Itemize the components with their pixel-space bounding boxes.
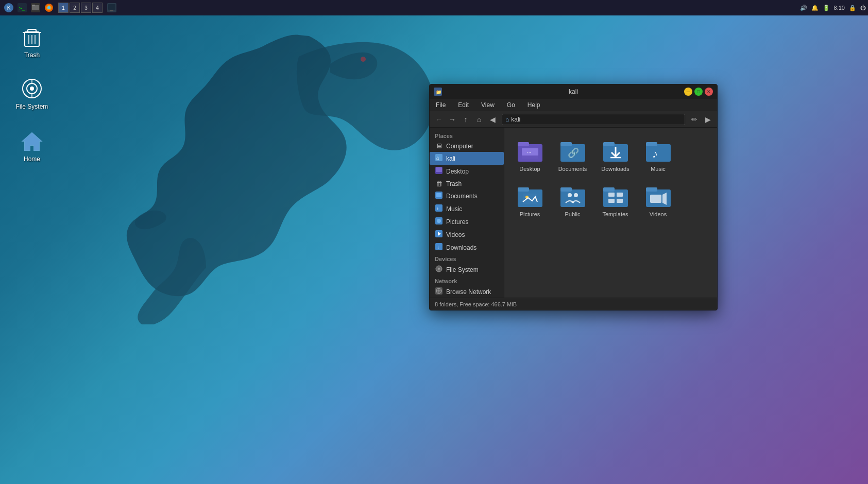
firefox-icon[interactable] (43, 2, 55, 13)
sidebar-label-trash: Trash (446, 180, 462, 187)
folder-item-videos[interactable]: Videos (639, 179, 677, 220)
sidebar-item-documents[interactable]: Documents (430, 189, 504, 202)
fm-edit-path-button[interactable]: ✏ (688, 113, 701, 126)
sidebar-label-videos: Videos (446, 231, 465, 238)
fm-back-button[interactable]: ← (433, 113, 445, 126)
fm-home-button[interactable]: ⌂ (473, 113, 485, 126)
desktop-sidebar-icon (435, 167, 443, 176)
sidebar-label-downloads: Downloads (446, 244, 476, 251)
fm-menu-file[interactable]: File (434, 100, 448, 110)
home-icon (20, 129, 44, 153)
trash-desktop-icon[interactable]: Trash (11, 25, 53, 59)
sidebar-item-videos[interactable]: Videos (430, 228, 504, 241)
fm-address-bar[interactable]: ⌂ kali (502, 114, 685, 125)
fm-forward-button[interactable]: → (446, 113, 458, 126)
kali-logo-icon[interactable]: K (3, 2, 14, 13)
folder-item-templates[interactable]: Templates (596, 179, 635, 220)
fm-menu-view[interactable]: View (479, 100, 497, 110)
files-icon[interactable] (30, 2, 41, 13)
taskbar: K >_ 1 2 3 4 (0, 0, 868, 15)
workspace-1[interactable]: 1 (58, 3, 69, 13)
svg-marker-89 (662, 193, 667, 205)
fm-window-controls: ─ □ ✕ (684, 88, 713, 96)
pictures-sidebar-icon (435, 217, 443, 226)
sidebar-item-downloads[interactable]: ↓ Downloads (430, 241, 504, 254)
fm-status-text: 8 folders, Free space: 466.7 MiB (435, 301, 517, 307)
svg-text:📁: 📁 (436, 89, 442, 95)
svg-text:🔗: 🔗 (568, 147, 580, 159)
fm-folder-grid: ··· Desktop 🔗 (510, 134, 711, 220)
svg-text:♪: ♪ (652, 147, 658, 160)
workspace-4[interactable]: 4 (92, 3, 103, 13)
sidebar-item-trash[interactable]: 🗑 Trash (430, 178, 504, 189)
folder-item-pictures[interactable]: Pictures (510, 179, 549, 220)
fm-up-button[interactable]: ↑ (459, 113, 472, 126)
sidebar-label-computer: Computer (446, 143, 473, 150)
audio-icon[interactable]: 🔊 (800, 5, 807, 11)
sidebar-item-kali[interactable]: ⌂ kali (430, 152, 504, 165)
svg-rect-11 (108, 4, 115, 10)
sidebar-item-music[interactable]: ♪ Music (430, 202, 504, 215)
svg-text:♪: ♪ (436, 206, 439, 211)
fm-addr-text: kali (511, 116, 520, 123)
svg-rect-12 (110, 10, 113, 11)
sidebar-item-desktop[interactable]: Desktop (430, 165, 504, 178)
workspace-3[interactable]: 3 (81, 3, 91, 13)
folder-label-downloads: Downloads (601, 166, 629, 172)
fm-title-text: kali (569, 88, 578, 95)
folder-item-documents[interactable]: 🔗 Documents (553, 134, 592, 175)
folder-item-music[interactable]: ♪ Music (639, 134, 677, 175)
fm-close-button[interactable]: ✕ (705, 88, 713, 96)
fm-maximize-button[interactable]: □ (694, 88, 703, 96)
folder-icon-documents: 🔗 (559, 137, 586, 164)
svg-point-76 (568, 193, 572, 197)
fm-menu-edit[interactable]: Edit (456, 100, 471, 110)
kali-sidebar-icon: ⌂ (435, 154, 443, 163)
folder-label-public: Public (565, 211, 581, 217)
terminal-icon[interactable]: >_ (16, 2, 28, 13)
home-desktop-icon[interactable]: Home (11, 129, 53, 163)
fm-nav-next-button[interactable]: ▶ (702, 113, 714, 126)
battery-icon[interactable]: 🔋 (823, 5, 830, 11)
fm-menu-help[interactable]: Help (525, 100, 542, 110)
workspace-2[interactable]: 2 (70, 3, 80, 13)
folder-icon-videos (645, 182, 672, 209)
sidebar-label-documents: Documents (446, 193, 478, 200)
svg-rect-34 (436, 193, 441, 197)
svg-rect-75 (560, 189, 585, 207)
folder-icon-templates (602, 182, 629, 209)
power-icon[interactable]: ⏻ (860, 5, 866, 11)
svg-rect-66 (646, 144, 671, 162)
folder-item-downloads[interactable]: Downloads (596, 134, 635, 175)
fm-nav-prev-button[interactable]: ◀ (486, 113, 499, 126)
home-label: Home (24, 155, 40, 163)
clock: 8:10 (834, 5, 845, 11)
sidebar-item-filesystem[interactable]: File System (430, 263, 504, 276)
fm-addr-home-icon: ⌂ (505, 116, 509, 123)
svg-text:⌂: ⌂ (436, 155, 439, 161)
lock-icon[interactable]: 🔒 (849, 5, 856, 11)
videos-sidebar-icon (435, 230, 443, 239)
filesystem-desktop-icon[interactable]: File System (11, 76, 53, 110)
fm-section-devices: Devices (430, 254, 504, 263)
fm-section-places: Places (430, 131, 504, 140)
folder-item-desktop[interactable]: ··· Desktop (510, 134, 549, 175)
fm-minimize-button[interactable]: ─ (684, 88, 692, 96)
screen-icon[interactable] (106, 2, 117, 13)
trash-label: Trash (24, 51, 40, 59)
sidebar-label-pictures: Pictures (446, 218, 468, 226)
sidebar-item-browse-network[interactable]: Browse Network (430, 285, 504, 298)
fm-content: ··· Desktop 🔗 (504, 128, 717, 298)
svg-text:···: ··· (527, 150, 531, 155)
filesystem-icon (20, 76, 44, 101)
notification-icon[interactable]: 🔔 (811, 5, 819, 11)
sidebar-item-pictures[interactable]: Pictures (430, 215, 504, 228)
fm-menu-go[interactable]: Go (505, 100, 517, 110)
svg-rect-81 (608, 193, 615, 197)
taskbar-right: 🔊 🔔 🔋 8:10 🔒 ⏻ (800, 5, 866, 11)
fm-statusbar: 8 folders, Free space: 466.7 MiB (430, 298, 717, 310)
svg-rect-80 (603, 189, 628, 207)
sidebar-item-computer[interactable]: 🖥 Computer (430, 140, 504, 152)
folder-item-public[interactable]: Public (553, 179, 592, 220)
fm-title-icon: 📁 (434, 88, 442, 96)
